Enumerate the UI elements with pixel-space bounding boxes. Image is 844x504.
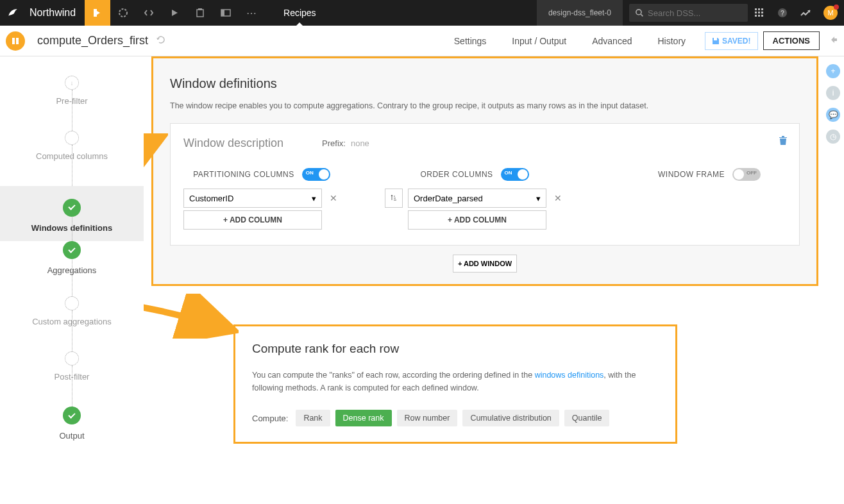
step-aggregations[interactable]: Aggregations — [0, 241, 144, 296]
check-icon — [68, 203, 75, 210]
rail-info-icon[interactable]: i — [826, 86, 840, 100]
svg-rect-13 — [758, 15, 760, 17]
order-toggle[interactable]: ON — [501, 168, 529, 181]
tab-input-output[interactable]: Input / Output — [499, 36, 579, 46]
partitioning-label: PARTITIONING COLUMNS — [193, 170, 294, 179]
recipe-header: compute_Orders_first Settings Input / Ou… — [0, 26, 844, 56]
svg-rect-9 — [755, 12, 757, 13]
collapse-icon[interactable] — [829, 35, 838, 47]
option-rank[interactable]: Rank — [296, 410, 330, 426]
option-row-number[interactable]: Row number — [397, 410, 458, 426]
help-icon[interactable]: ? — [771, 8, 794, 18]
tab-history[interactable]: History — [645, 36, 698, 46]
svg-rect-7 — [758, 8, 760, 10]
project-name[interactable]: Northwind — [26, 7, 85, 19]
window-definitions-desc: The window recipe enables you to compute… — [170, 101, 800, 110]
svg-rect-11 — [761, 12, 763, 13]
window-frame-label: WINDOW FRAME — [658, 170, 725, 179]
circle-icon[interactable] — [110, 0, 136, 26]
svg-rect-12 — [755, 15, 757, 17]
chevron-down-icon: ▾ — [536, 194, 541, 203]
rail-add-icon[interactable]: + — [826, 64, 840, 78]
svg-point-5 — [636, 9, 641, 14]
svg-rect-8 — [761, 8, 763, 10]
step-windows-definitions[interactable]: Windows definitions — [0, 186, 144, 241]
prefix-value[interactable]: none — [351, 139, 369, 148]
step-postfilter[interactable]: Post-filter — [0, 351, 144, 407]
svg-point-0 — [119, 9, 127, 17]
windows-definitions-link[interactable]: windows definitions — [535, 371, 604, 380]
step-prefilter[interactable]: ↓ Pre-filter — [0, 76, 144, 131]
main-area: ↓ Pre-filter Computed columns Windows de… — [0, 56, 844, 504]
svg-rect-4 — [221, 10, 224, 16]
clipboard-icon[interactable] — [187, 0, 213, 26]
global-search[interactable] — [629, 4, 748, 22]
svg-rect-17 — [12, 38, 15, 44]
window-card: Window description Prefix: none PARTITIO… — [170, 123, 800, 246]
partition-column-select[interactable]: CustomerID▾ — [183, 189, 322, 208]
rail-chat-icon[interactable]: 💬 — [826, 108, 840, 122]
tab-advanced[interactable]: Advanced — [579, 36, 645, 46]
more-icon[interactable]: ⋯ — [239, 0, 264, 26]
app-logo[interactable] — [0, 0, 26, 26]
check-icon — [68, 246, 75, 253]
user-avatar[interactable]: M — [823, 6, 838, 20]
tab-settings[interactable]: Settings — [441, 36, 500, 46]
code-icon[interactable] — [136, 0, 162, 26]
apps-icon[interactable] — [748, 8, 771, 17]
play-icon[interactable] — [162, 0, 187, 26]
step-custom-aggregations[interactable]: Custom aggregations — [0, 296, 144, 351]
compute-label: Compute: — [252, 414, 288, 423]
svg-text:?: ? — [781, 10, 784, 17]
remove-order-column[interactable]: ✕ — [552, 193, 564, 203]
add-order-column-button[interactable]: + ADD COLUMN — [408, 210, 546, 230]
right-rail: + i 💬 ◷ — [826, 64, 840, 144]
step-computed-columns[interactable]: Computed columns — [0, 131, 144, 186]
flow-icon[interactable] — [85, 0, 110, 26]
svg-rect-1 — [197, 10, 203, 17]
remove-partition-column[interactable]: ✕ — [327, 193, 340, 203]
partitioning-toggle[interactable]: ON — [302, 168, 330, 181]
save-icon — [712, 37, 720, 45]
recipe-type-icon — [6, 31, 25, 51]
window-definitions-title: Window definitions — [170, 76, 800, 91]
compute-options-row: Compute: Rank Dense rank Row number Cumu… — [252, 410, 659, 426]
refresh-icon[interactable] — [156, 35, 166, 47]
order-column-select[interactable]: OrderDate_parsed▾ — [408, 189, 546, 208]
actions-button[interactable]: ACTIONS — [763, 31, 820, 50]
option-dense-rank[interactable]: Dense rank — [335, 410, 392, 426]
rail-history-icon[interactable]: ◷ — [826, 130, 840, 144]
window-frame-section: WINDOW FRAME OFF — [658, 168, 761, 232]
order-label: ORDER COLUMNS — [420, 170, 493, 179]
option-cumulative-distribution[interactable]: Cumulative distribution — [462, 410, 559, 426]
compute-rank-desc: You can compute the "ranks" of each row,… — [252, 369, 659, 394]
compute-rank-title: Compute rank for each row — [252, 342, 659, 356]
svg-rect-6 — [755, 8, 757, 10]
check-icon — [68, 411, 75, 418]
svg-rect-18 — [16, 38, 19, 44]
saved-indicator: SAVED! — [705, 32, 757, 50]
window-frame-toggle[interactable]: OFF — [732, 168, 761, 181]
chevron-down-icon: ▾ — [312, 194, 316, 203]
delete-window-icon[interactable] — [779, 135, 788, 148]
window-description-title: Window description — [183, 137, 283, 150]
panel-icon[interactable] — [213, 0, 239, 26]
annotation-arrow-2 — [144, 294, 239, 339]
content-area: Window definitions The window recipe ena… — [144, 56, 844, 504]
sort-direction-button[interactable] — [385, 189, 403, 208]
option-quantile[interactable]: Quantile — [564, 410, 610, 426]
prefix-label: Prefix: — [322, 139, 346, 148]
svg-rect-14 — [761, 15, 763, 17]
add-window-button[interactable]: + ADD WINDOW — [453, 255, 517, 273]
recipe-title: compute_Orders_first — [37, 34, 148, 47]
global-search-input[interactable] — [648, 8, 731, 18]
order-section: ORDER COLUMNS ON OrderDate_parsed▾ ✕ + A… — [385, 168, 564, 232]
window-definitions-panel: Window definitions The window recipe ena… — [151, 56, 818, 286]
add-partition-column-button[interactable]: + ADD COLUMN — [183, 210, 322, 230]
step-output[interactable]: Output — [0, 407, 144, 462]
breadcrumb-recipes[interactable]: Recipes — [283, 8, 316, 18]
top-bar: Northwind ⋯ Recipes design-dss_fleet-0 ?… — [0, 0, 844, 26]
instance-label[interactable]: design-dss_fleet-0 — [537, 0, 623, 26]
activity-icon[interactable] — [794, 9, 817, 17]
steps-sidebar: ↓ Pre-filter Computed columns Windows de… — [0, 56, 144, 504]
